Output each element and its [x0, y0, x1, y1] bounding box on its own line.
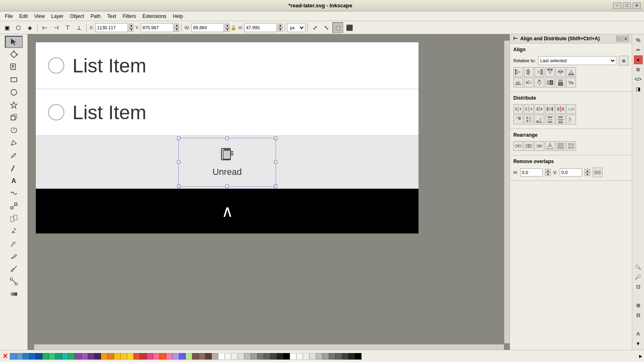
color-swatch[interactable] [75, 353, 81, 360]
x-step-down[interactable]: ▼ [129, 28, 134, 32]
dist-baseline-h[interactable]: aAa [566, 104, 576, 114]
h-input[interactable] [244, 23, 277, 32]
color-swatch[interactable] [218, 353, 225, 360]
zoom-out-btn[interactable]: 🔎 [634, 273, 643, 281]
color-swatch[interactable] [173, 353, 179, 360]
tool-3d[interactable] [5, 111, 23, 124]
tool-text[interactable]: A [5, 174, 23, 187]
color-swatch[interactable] [10, 353, 16, 360]
no-color-btn[interactable]: ✕ [0, 351, 10, 361]
tool-zoom[interactable] [5, 61, 23, 73]
tool-rect[interactable] [5, 74, 23, 86]
handle-tl[interactable] [177, 137, 180, 140]
menu-path[interactable]: Path [88, 13, 104, 20]
dist-center-h[interactable] [524, 104, 534, 114]
tool-node[interactable] [5, 48, 23, 61]
color-swatch-gray[interactable] [316, 353, 322, 360]
menu-object[interactable]: Object [67, 13, 88, 20]
dist-left[interactable] [513, 104, 523, 114]
color-swatch[interactable] [166, 353, 173, 360]
transform-btn-2[interactable]: ⤡ [321, 22, 332, 33]
align-center-h-btn[interactable]: ⊣ [51, 22, 61, 33]
color-swatch[interactable] [114, 353, 120, 360]
color-swatch[interactable] [107, 353, 114, 360]
align-exchange-x[interactable] [524, 78, 534, 87]
align-top-edges[interactable] [545, 67, 555, 77]
color-swatch[interactable] [120, 353, 127, 360]
tool-connector[interactable] [5, 275, 23, 288]
menu-edit[interactable]: Edit [16, 13, 31, 20]
color-swatch[interactable] [264, 353, 270, 360]
color-swatch[interactable] [225, 353, 231, 360]
canvas-area[interactable]: List Item List Item [28, 34, 510, 350]
overlap-v-stepper[interactable]: ▲ ▼ [585, 169, 590, 176]
rearrange-btn-6[interactable] [566, 141, 576, 151]
menu-help[interactable]: Help [170, 13, 186, 20]
align-center-v[interactable] [524, 67, 534, 77]
close-button[interactable]: ✕ [633, 2, 641, 9]
color-swatch[interactable] [251, 353, 257, 360]
color-swatch[interactable] [127, 353, 134, 360]
dist-right[interactable] [534, 104, 544, 114]
align-left-edges[interactable] [513, 67, 523, 77]
color-swatch-gray[interactable] [309, 353, 316, 360]
align-last-selected-y[interactable] [556, 78, 565, 87]
color-swatch[interactable] [55, 353, 62, 360]
dist-center-v[interactable] [524, 115, 534, 124]
align-text-baseline[interactable]: ab [513, 78, 523, 87]
color-swatch[interactable] [231, 353, 238, 360]
tool-eyedropper[interactable] [5, 250, 23, 262]
color-swatch-gray[interactable] [322, 353, 329, 360]
tool-select-btn[interactable]: ▣ [2, 22, 12, 33]
transform-btn-3[interactable]: ⬚ [333, 22, 343, 33]
fill-btn[interactable]: ◨ [634, 85, 643, 94]
tool-star[interactable] [5, 99, 23, 111]
transform-btn-1[interactable]: ⤢ [310, 22, 320, 33]
y-input[interactable] [141, 23, 173, 32]
color-swatch[interactable] [179, 353, 186, 360]
tool-arrow[interactable] [5, 36, 23, 48]
w-step-down[interactable]: ▼ [225, 28, 230, 32]
dist-remove-h[interactable] [556, 104, 565, 114]
zoom-in-btn[interactable]: 🔍 [634, 263, 643, 272]
tool-lpe[interactable] [5, 187, 23, 199]
tool-circle[interactable] [5, 86, 23, 98]
x-stepper[interactable]: ▲ ▼ [129, 24, 134, 32]
xml-btn[interactable]: </> [634, 75, 643, 84]
tool-calligraphy[interactable] [5, 162, 23, 174]
color-swatch[interactable] [68, 353, 75, 360]
color-swatch-gray[interactable] [335, 353, 342, 360]
handle-tm[interactable] [226, 137, 229, 140]
shrink-btn[interactable]: ⊟ [634, 311, 643, 320]
color-swatch-gray[interactable] [296, 353, 303, 360]
rearrange-btn-5[interactable] [556, 141, 565, 151]
overlap-v-down[interactable]: ▼ [585, 172, 590, 176]
text-far-btn[interactable]: A [634, 329, 643, 338]
handle-bm[interactable] [226, 185, 229, 188]
lock-icon[interactable]: 🔒 [230, 25, 237, 31]
snap-btn[interactable]: % [634, 36, 643, 45]
tool-spray[interactable] [5, 238, 23, 250]
overlap-h-up[interactable]: ▲ [545, 169, 551, 172]
tool-bucket[interactable] [5, 225, 23, 237]
w-input[interactable] [191, 23, 224, 32]
color-swatch[interactable] [16, 353, 23, 360]
scroll-down-btn[interactable]: ▼ [634, 339, 643, 348]
menu-text[interactable]: Text [104, 13, 119, 20]
color-swatch[interactable] [147, 353, 153, 360]
menu-filters[interactable]: Filters [119, 13, 139, 20]
selection-box[interactable]: Unread [178, 138, 276, 187]
rearrange-btn-2[interactable] [524, 141, 534, 151]
panel-float-btn[interactable]: □ [616, 36, 622, 41]
color-swatch-gray[interactable] [342, 353, 348, 360]
unit-select[interactable]: px mm cm in [287, 23, 305, 32]
color-swatch[interactable] [140, 353, 147, 360]
align-right-edges[interactable] [534, 67, 544, 77]
color-swatch[interactable] [244, 353, 251, 360]
tool-nodes2[interactable] [5, 200, 23, 212]
color-btn[interactable]: ● [634, 55, 643, 64]
layers-btn[interactable]: ⧉ [634, 65, 643, 74]
color-swatch[interactable] [257, 353, 264, 360]
color-swatch[interactable] [192, 353, 199, 360]
color-swatch-gray[interactable] [290, 353, 296, 360]
